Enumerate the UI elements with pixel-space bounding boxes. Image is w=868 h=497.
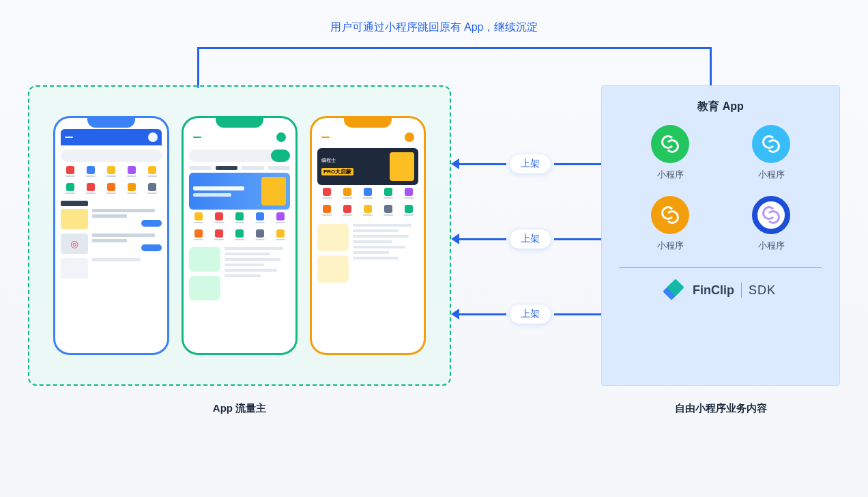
menu-icon xyxy=(65,137,73,138)
section-title xyxy=(61,201,88,206)
miniprogram-item: 小程序 xyxy=(727,125,815,181)
arrow-label: 上架 xyxy=(509,304,551,324)
menu-icon xyxy=(321,137,330,138)
miniprogram-item: 小程序 xyxy=(727,196,815,252)
avatar-icon xyxy=(405,132,414,142)
course-item xyxy=(61,209,162,229)
sdk-label: FinClip SDK xyxy=(613,280,828,300)
banner xyxy=(189,173,290,210)
flow-arrows: 上架 上架 上架 xyxy=(451,85,601,386)
search-bar xyxy=(61,150,162,162)
finclip-logo-icon xyxy=(665,280,686,300)
avatar-icon xyxy=(276,132,286,142)
phone-mock-blue xyxy=(53,116,169,355)
phone-mock-green xyxy=(182,116,298,355)
arrow-label: 上架 xyxy=(509,229,551,249)
menu-icon xyxy=(193,137,201,138)
diagram: 编程士 PRO大启蒙 xyxy=(28,43,840,415)
right-panel-title: 教育 App xyxy=(613,100,828,114)
arrow-left-icon xyxy=(451,158,459,169)
avatar-icon xyxy=(148,132,158,142)
right-panel-education-app: 教育 App 小程序 小程序 小程序 小程序 xyxy=(601,85,840,386)
arrow-left-icon xyxy=(451,309,459,320)
miniprogram-item: 小程序 xyxy=(626,125,714,181)
top-description: 用户可通过小程序跳回原有 App，继续沉淀 xyxy=(0,0,868,35)
banner: 编程士 PRO大启蒙 xyxy=(317,148,418,185)
miniprogram-item: 小程序 xyxy=(626,196,714,252)
bottom-label-left: App 流量主 xyxy=(28,402,451,415)
miniprogram-icon xyxy=(651,125,689,163)
divider xyxy=(620,267,822,268)
miniprogram-icon xyxy=(752,125,790,163)
bottom-label-right: 自由小程序业务内容 xyxy=(601,402,840,415)
phone-mock-orange: 编程士 PRO大启蒙 xyxy=(310,116,426,355)
arrow-label: 上架 xyxy=(509,154,551,174)
course-item xyxy=(61,233,162,254)
arrow-left-icon xyxy=(451,233,459,244)
course-item xyxy=(61,258,162,279)
miniprogram-icon xyxy=(651,196,689,234)
left-panel-app-host: 编程士 PRO大启蒙 xyxy=(28,85,451,386)
miniprogram-icon xyxy=(752,196,790,234)
